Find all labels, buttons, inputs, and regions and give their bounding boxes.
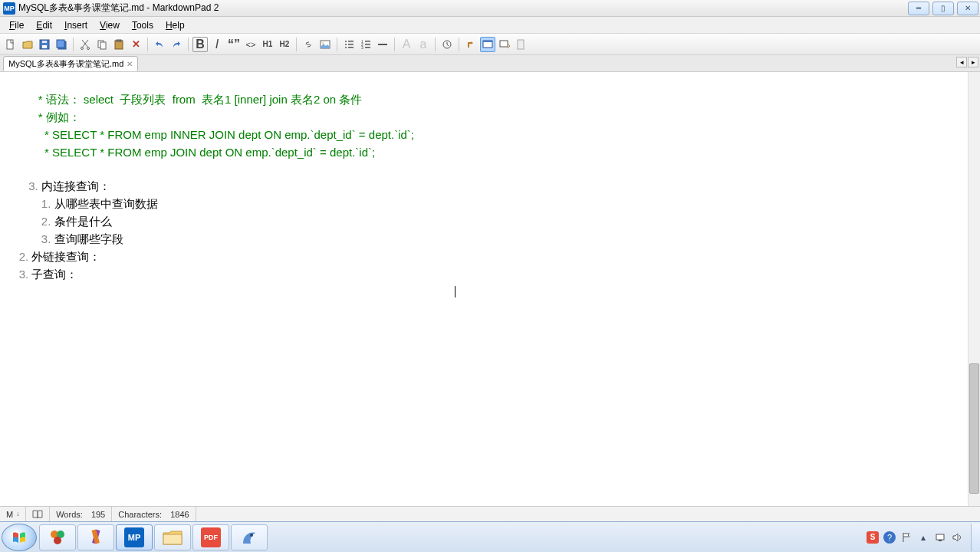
start-button[interactable]: [2, 524, 37, 551]
timestamp-icon[interactable]: [439, 37, 455, 52]
list-marker: 3.: [6, 232, 54, 245]
hr-icon[interactable]: [375, 37, 390, 52]
tray-ime-icon[interactable]: S: [867, 531, 879, 544]
menu-view[interactable]: ViewView: [94, 18, 126, 32]
svg-rect-38: [163, 534, 182, 544]
export-icon[interactable]: [514, 37, 529, 52]
bold-icon[interactable]: B: [192, 37, 208, 52]
menu-help[interactable]: HelpHelp: [159, 18, 191, 32]
quote-icon[interactable]: “”: [226, 37, 242, 52]
list-marker: 1.: [6, 197, 54, 210]
status-markdown-icon[interactable]: M↓: [0, 507, 26, 521]
text-line: 内连接查询：: [41, 179, 110, 192]
delete-icon[interactable]: ✕: [128, 37, 143, 52]
window-title: MySQL多表&事务课堂笔记.md - MarkdownPad 2: [18, 2, 906, 15]
tab-close-icon[interactable]: ✕: [127, 60, 133, 68]
undo-icon[interactable]: [152, 37, 167, 52]
menu-edit[interactable]: EditEdit: [30, 18, 58, 32]
svg-rect-31: [518, 40, 524, 49]
tray-help-icon[interactable]: ?: [883, 531, 896, 544]
document-tab[interactable]: MySQL多表&事务课堂笔记.md ✕: [3, 56, 138, 71]
task-markdownpad[interactable]: MP: [116, 524, 153, 550]
menu-file[interactable]: FFileile: [3, 18, 30, 32]
text-line: 查询哪些字段: [54, 232, 123, 245]
task-explorer[interactable]: [154, 524, 191, 550]
task-app-1[interactable]: [39, 524, 76, 550]
task-app-2[interactable]: [77, 524, 114, 550]
link-icon[interactable]: [301, 37, 316, 52]
uppercase-icon[interactable]: A: [399, 37, 414, 52]
redo-icon[interactable]: [169, 37, 184, 52]
save-all-icon[interactable]: [54, 37, 69, 52]
h1-icon[interactable]: H1: [260, 37, 275, 52]
scrollbar-thumb[interactable]: [969, 363, 979, 494]
h2-icon[interactable]: H2: [277, 37, 292, 52]
svg-point-7: [87, 47, 90, 49]
lowercase-icon[interactable]: a: [416, 37, 431, 52]
svg-rect-26: [378, 44, 387, 45]
convert-icon[interactable]: [463, 37, 478, 52]
code-icon[interactable]: <>: [243, 37, 258, 52]
minimize-button[interactable]: ━: [908, 2, 929, 15]
list-marker: 3.: [6, 268, 31, 281]
task-pdf[interactable]: PDF: [192, 524, 229, 550]
tray-network-icon[interactable]: [934, 531, 946, 544]
svg-rect-40: [936, 534, 944, 540]
new-file-icon[interactable]: [3, 37, 18, 52]
tray-up-icon[interactable]: ▴: [917, 531, 929, 544]
cut-icon[interactable]: [77, 37, 93, 52]
italic-icon[interactable]: I: [209, 37, 225, 52]
svg-rect-23: [365, 44, 370, 45]
svg-rect-29: [483, 41, 492, 42]
svg-rect-10: [115, 41, 123, 49]
text-line: 外链接查询：: [31, 250, 100, 263]
show-desktop-button[interactable]: [971, 524, 980, 551]
paste-icon[interactable]: [111, 37, 127, 52]
svg-point-39: [250, 534, 253, 537]
tab-nav: ◂ ▸: [956, 57, 978, 67]
ul-icon[interactable]: [341, 37, 357, 52]
copy-icon[interactable]: [94, 37, 110, 52]
open-file-icon[interactable]: [20, 37, 35, 52]
svg-point-16: [345, 44, 347, 45]
ol-icon[interactable]: 123: [358, 37, 373, 52]
window-controls: ━ ▯ ✕: [906, 1, 980, 16]
status-book-icon[interactable]: [26, 507, 50, 521]
tabbar: MySQL多表&事务课堂笔记.md ✕ ◂ ▸: [0, 55, 980, 72]
menu-insert[interactable]: InsertInsert: [58, 18, 94, 32]
code-line: * 例如：: [6, 110, 81, 123]
image-icon[interactable]: [317, 37, 333, 52]
tab-next-icon[interactable]: ▸: [968, 57, 978, 67]
svg-rect-19: [348, 47, 354, 48]
svg-rect-11: [117, 40, 121, 41]
tray-volume-icon[interactable]: [951, 531, 963, 544]
vertical-scrollbar[interactable]: [968, 72, 980, 506]
svg-rect-9: [100, 42, 106, 49]
titlebar: MP MySQL多表&事务课堂笔记.md - MarkdownPad 2 ━ ▯…: [0, 0, 980, 17]
tab-label: MySQL多表&事务课堂笔记.md: [8, 58, 123, 70]
list-marker: 2.: [6, 215, 54, 228]
save-icon[interactable]: [37, 37, 52, 52]
svg-point-35: [54, 537, 61, 544]
task-app-6[interactable]: [231, 524, 268, 550]
live-preview-icon[interactable]: [480, 37, 495, 52]
svg-rect-21: [365, 41, 370, 42]
editor[interactable]: * 语法： select 子段列表 from 表名1 [inner] join …: [0, 72, 968, 506]
preview-browser-icon[interactable]: [497, 37, 512, 52]
svg-rect-0: [7, 40, 13, 49]
menu-tools[interactable]: ToolsTools: [126, 18, 159, 32]
editor-area: * 语法： select 子段列表 from 表名1 [inner] join …: [0, 72, 980, 506]
statusbar: M↓ Words: 195 Characters: 1846: [0, 506, 980, 521]
tray-flag-icon[interactable]: [900, 531, 913, 544]
maximize-button[interactable]: ▯: [932, 2, 954, 15]
separator: [296, 38, 297, 51]
tab-prev-icon[interactable]: ◂: [956, 57, 967, 67]
system-tray: S ? ▴: [867, 531, 968, 544]
svg-rect-25: [365, 47, 370, 48]
separator: [435, 38, 436, 51]
app-icon: MP: [3, 2, 15, 15]
svg-point-14: [345, 41, 347, 42]
close-button[interactable]: ✕: [957, 2, 978, 15]
svg-rect-2: [42, 45, 47, 48]
taskbar: MP PDF S ? ▴: [0, 521, 980, 552]
